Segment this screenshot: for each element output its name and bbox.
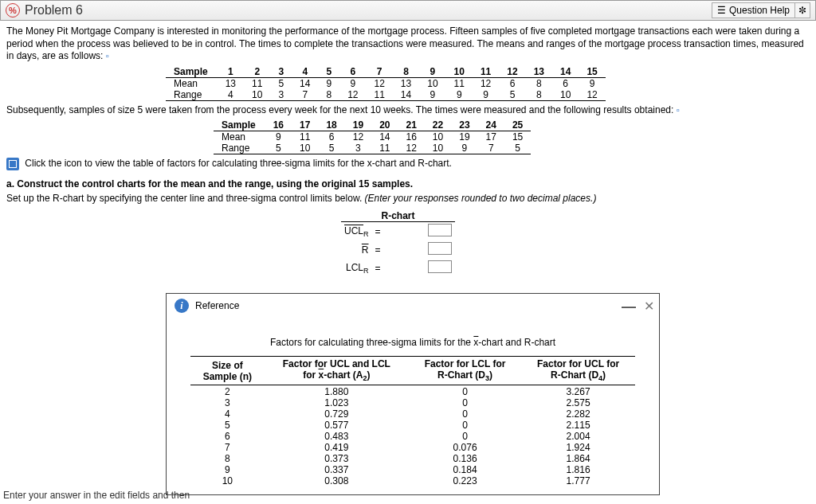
table-row: 90.3370.1841.816	[190, 464, 635, 475]
minimize-icon[interactable]: —	[622, 299, 636, 315]
table-row: 80.3730.1361.864	[190, 453, 635, 464]
header-bar: % Problem 6 Question Help	[0, 0, 816, 21]
reference-panel: i Reference — ✕ Factors for calculating …	[166, 293, 660, 494]
col-header: Factor for UCL and LCLfor x-chart (A2)	[265, 357, 409, 385]
sample-table-2: Sample 16171819202122232425 Mean 9116121…	[214, 119, 531, 154]
table-row: 50.57702.115	[190, 420, 635, 431]
table-row: Range 51053111210975	[214, 143, 531, 154]
info-icon: i	[175, 299, 189, 313]
close-icon[interactable]: ✕	[644, 299, 654, 315]
image-indicator-icon[interactable]: ▫	[106, 51, 109, 61]
table-row: Mean 13115149912131011126869	[166, 77, 606, 89]
problem-title: Problem 6	[25, 3, 83, 18]
col-header: Size ofSample (n)	[190, 357, 265, 385]
rchart-inputs: R-chart UCLR = R = LCLR =	[341, 210, 810, 277]
part-a-label: a. Construct the control charts for the …	[6, 178, 810, 189]
link-text: Click the icon to view the table of fact…	[25, 158, 452, 170]
rchart-title: R-chart	[372, 210, 425, 222]
table-row: 31.02302.575	[190, 397, 635, 408]
table-row: Range 410378121114999581012	[166, 89, 606, 101]
setup-text: Set up the R-chart by specifying the cen…	[6, 193, 810, 204]
image-indicator-icon[interactable]: ▫	[677, 105, 680, 115]
table-row: 40.72902.282	[190, 408, 635, 420]
table-row: Sample 123456789101112131415	[166, 66, 606, 78]
table-row: Mean 911612141610191715	[214, 131, 531, 143]
table-row: Sample 16171819202122232425	[214, 119, 531, 131]
reference-title: Reference	[195, 300, 239, 311]
table-row: 70.4190.0761.924	[190, 442, 635, 453]
table-row: 100.3080.2231.777	[190, 475, 635, 486]
table-row: 60.48302.004	[190, 431, 635, 442]
ucl-input[interactable]	[428, 224, 452, 236]
content-area: The Money Pit Mortgage Company is intere…	[0, 21, 816, 500]
factor-table: Size ofSample (n) Factor for UCL and LCL…	[190, 356, 635, 486]
col-header: Factor for UCL forR-Chart (D4)	[521, 357, 635, 385]
table-row: 21.88003.267	[190, 385, 635, 397]
r-label: R	[341, 240, 372, 259]
col-header: Factor for LCL forR-Chart (D3)	[409, 357, 521, 385]
table-link-icon[interactable]	[6, 158, 19, 170]
footer-hint: Enter your answer in the edit fields and…	[3, 490, 190, 500]
lcl-label: LCLR	[341, 259, 372, 277]
lcl-input[interactable]	[428, 260, 452, 273]
question-help-button[interactable]: Question Help	[712, 2, 795, 18]
settings-icon[interactable]	[794, 2, 810, 18]
intro-paragraph: The Money Pit Mortgage Company is intere…	[6, 25, 810, 63]
problem-icon: %	[6, 3, 20, 18]
ucl-label: UCLR	[341, 222, 372, 241]
r-input[interactable]	[428, 242, 452, 255]
link-line: Click the icon to view the table of fact…	[6, 158, 810, 170]
help-label: Question Help	[729, 5, 790, 16]
reference-caption: Factors for calculating three-sigma limi…	[190, 337, 635, 348]
sample-table-1: Sample 123456789101112131415 Mean 131151…	[166, 66, 606, 101]
subsequent-paragraph: Subsequently, samples of size 5 were tak…	[6, 104, 810, 117]
list-icon	[717, 5, 726, 16]
